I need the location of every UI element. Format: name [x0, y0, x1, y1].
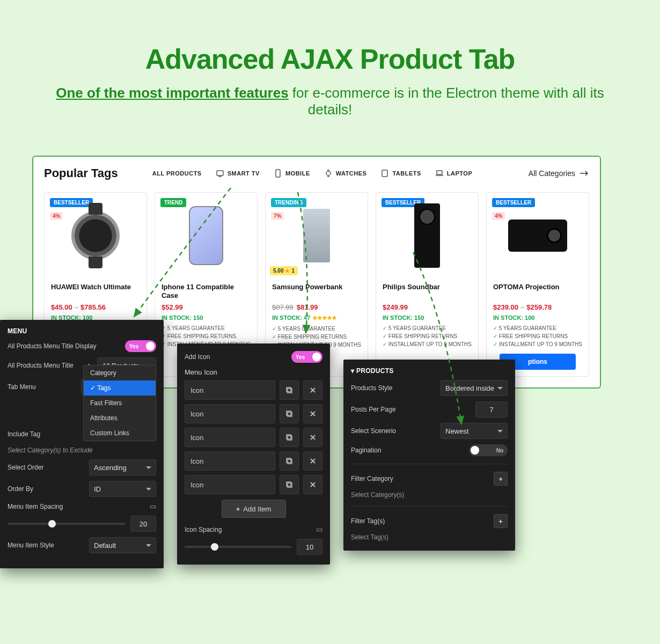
menu-icon-label: Menu Icon [185, 368, 322, 376]
tab-tablets[interactable]: TABLETS [380, 169, 421, 178]
discount-badge: 7% [271, 212, 284, 220]
tab-menu-dropdown: CategoryTagsFast FiltersAttributesCustom… [83, 365, 156, 441]
product-price: $52.99 [162, 303, 251, 311]
order-by-select[interactable]: ID [89, 481, 156, 497]
add-filter-category-button[interactable]: + [494, 472, 508, 486]
product-stock: IN STOCK: 47★★★★★ [272, 314, 361, 321]
select-order[interactable]: Ascending [89, 459, 156, 475]
icon-field[interactable]: Icon [185, 380, 275, 400]
svg-rect-14 [287, 482, 291, 486]
scenario-label: Select Scenerio [351, 427, 435, 435]
icon-field[interactable]: Icon [185, 404, 275, 423]
svg-point-2 [326, 171, 331, 175]
product-badge: BESTSELLER [50, 198, 93, 207]
add-icon-label: Add Icon [185, 353, 286, 361]
hero-subtitle: One of the most important features for e… [32, 85, 628, 118]
copy-icon[interactable] [280, 451, 299, 471]
tab-laptop[interactable]: LAPTOP [435, 169, 472, 178]
product-card[interactable]: BESTSELLER 4% OPTOMA Projection $239.00–… [486, 192, 589, 377]
filter-category-note: Select Category(s) [351, 491, 508, 499]
svg-rect-3 [382, 170, 387, 177]
product-badge: TREND [160, 198, 186, 207]
product-title: Samsung Powerbank [272, 283, 361, 300]
product-image: TREND [155, 193, 257, 279]
product-stock: IN STOCK: 150 [383, 314, 472, 321]
all-categories-link[interactable]: All Categories [529, 169, 589, 178]
mobile-icon [274, 169, 282, 178]
icon-field[interactable]: Icon [185, 475, 275, 494]
responsive-icon[interactable]: ▭ [150, 502, 156, 510]
scenario-select[interactable]: Newest [441, 423, 508, 439]
close-icon[interactable] [303, 380, 322, 400]
svg-rect-12 [287, 458, 291, 463]
tab-watches[interactable]: WATCHES [324, 169, 367, 178]
copy-icon[interactable] [280, 380, 299, 400]
features-list: 5 YEARS GUARANTEEFREE SHIPPING RETURNSIN… [493, 324, 582, 348]
filter-tag-note: Select Tag(s) [351, 533, 508, 541]
tab-mobile[interactable]: MOBILE [274, 169, 310, 178]
product-card[interactable]: BESTSELLER Philips Soundbar $249.99 IN S… [376, 192, 479, 377]
exclude-note: Select Category(s) to Exclude [8, 447, 93, 454]
dropdown-option[interactable]: Attributes [84, 411, 156, 426]
svg-rect-7 [288, 412, 292, 416]
copy-icon[interactable] [280, 475, 299, 494]
dropdown-option[interactable]: Tags [84, 380, 156, 396]
product-image: TRENDING 7% 5.00 ★ 1 [266, 193, 368, 279]
product-stock: IN STOCK: 150 [162, 314, 251, 321]
dropdown-option[interactable]: Category [84, 365, 156, 380]
spacing-slider[interactable] [8, 523, 125, 525]
discount-badge: 4% [50, 212, 63, 220]
tablet-icon [380, 169, 389, 178]
product-title: OPTOMA Projection [493, 283, 582, 300]
icon-row: Icon [185, 428, 322, 447]
tv-icon [216, 169, 224, 178]
icon-row: Icon [185, 380, 322, 400]
dropdown-option[interactable]: Fast Filters [84, 396, 156, 411]
svg-rect-8 [287, 411, 291, 415]
copy-icon[interactable] [280, 404, 299, 423]
icon-row: Icon [185, 404, 322, 423]
icon-field[interactable]: Icon [185, 451, 275, 471]
icon-row: Icon [185, 475, 322, 494]
add-filter-tag-button[interactable]: + [494, 514, 508, 528]
close-icon[interactable] [303, 475, 322, 494]
icon-spacing-value[interactable]: 10 [297, 539, 322, 555]
close-icon[interactable] [303, 428, 322, 447]
tab-all-products[interactable]: ALL PRODUCTS [152, 169, 202, 178]
product-price: $249.99 [383, 303, 472, 311]
arrow-right-icon [580, 170, 589, 177]
add-item-button[interactable]: +Add Item [222, 500, 286, 518]
close-icon[interactable] [303, 404, 322, 423]
display-toggle[interactable]: Yes [125, 340, 156, 352]
tab-smart-tv[interactable]: SMART TV [216, 169, 260, 178]
icon-panel: Add Icon Yes Menu Icon Icon Icon Icon Ic… [177, 343, 330, 565]
icon-field[interactable]: Icon [185, 428, 275, 447]
product-price: $87.99$81.99 [272, 303, 361, 311]
dropdown-option[interactable]: Custom Links [84, 426, 156, 441]
svg-rect-13 [288, 483, 292, 487]
menu-item-style-select[interactable]: Default [89, 537, 156, 553]
products-style-select[interactable]: Bordered inside [441, 380, 508, 396]
product-title: Iphone 11 Compatible Case [162, 283, 251, 300]
product-stock: IN STOCK: 100 [493, 314, 582, 321]
svg-rect-5 [288, 389, 292, 393]
copy-icon[interactable] [280, 428, 299, 447]
order-by-label: Order By [8, 485, 84, 493]
panel-header[interactable]: ▾ PRODUCTS [351, 367, 508, 375]
panel-header: MENU [8, 327, 156, 335]
product-title: Philips Soundbar [383, 283, 472, 300]
posts-per-page-input[interactable]: 7 [475, 401, 508, 418]
icon-spacing-slider[interactable] [185, 546, 291, 548]
product-badge: TRENDING [271, 198, 306, 207]
pagination-toggle[interactable]: No [469, 444, 508, 456]
hero-title: Advanced AJAX Product Tab [32, 43, 628, 75]
rating-badge: 5.00 ★ 1 [270, 266, 298, 275]
svg-rect-11 [288, 459, 292, 464]
add-icon-toggle[interactable]: Yes [291, 351, 322, 363]
spacing-value[interactable]: 20 [130, 516, 156, 532]
product-image: BESTSELLER 4% [45, 193, 146, 279]
responsive-icon[interactable]: ▭ [316, 525, 322, 533]
close-icon[interactable] [303, 451, 322, 471]
svg-rect-9 [288, 436, 292, 440]
hero: Advanced AJAX Product Tab One of the mos… [0, 0, 660, 134]
